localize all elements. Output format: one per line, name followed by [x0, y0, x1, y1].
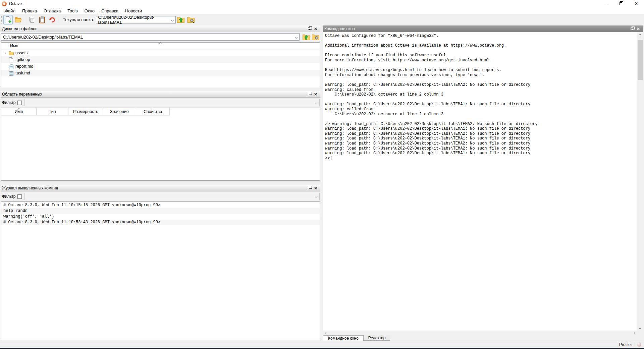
filter-combobox-disabled — [24, 99, 320, 106]
menu-item-news[interactable]: Новости — [122, 8, 145, 14]
sort-ascending-icon — [17, 108, 20, 111]
float-icon — [631, 27, 633, 30]
file-list-column-header[interactable]: Имя — [1, 43, 320, 50]
copy-button[interactable] — [27, 15, 37, 24]
current-folder-value: C:\Users\u202-02\Desktop\it-labs\TEMA1 — [98, 15, 175, 25]
history-list: # Octave 8.3.0, Wed Feb 11 10:15:15 2026… — [1, 201, 320, 340]
undock-button[interactable] — [306, 185, 312, 191]
command-window-title: Командное окно — [324, 26, 355, 31]
menu-item-window[interactable]: Окно — [81, 8, 98, 14]
folder-up-icon — [303, 34, 310, 40]
blank-file-icon — [9, 57, 13, 62]
history-header: Журнал выполненных команд — [1, 185, 320, 191]
close-panel-button[interactable] — [635, 26, 642, 32]
browse-directories-button[interactable] — [186, 15, 196, 24]
workspace-column-header-0[interactable]: Имя — [1, 108, 37, 116]
workspace-panel: Область переменных Фильтр ИмяТипРазмерно… — [1, 91, 320, 181]
folder-actions-icon — [312, 34, 319, 40]
menu-item-file[interactable]: Файл — [1, 8, 19, 14]
file-row-report.md[interactable]: report.md — [1, 63, 320, 70]
filter-label: Фильтр — [2, 194, 15, 199]
file-list: Имя assets.gitkeepreport.mdtask.md — [1, 42, 320, 87]
sort-ascending-icon — [159, 43, 161, 45]
console-line: C:\Users\u202-02\.octaverc at line 2 col… — [325, 112, 637, 117]
main-toolbar: Текущая папка: C:\Users\u202-02\Desktop\… — [0, 14, 644, 25]
filter-label: Фильтр — [2, 100, 15, 105]
history-title: Журнал выполненных команд — [2, 186, 58, 190]
console-line: warning: called from — [325, 88, 637, 93]
horizontal-scrollbar[interactable] — [323, 331, 637, 336]
expand-chevron-icon[interactable] — [1, 52, 8, 54]
chevron-down-icon — [315, 195, 318, 198]
toolbar-separator — [59, 16, 59, 23]
undo-button[interactable] — [47, 15, 57, 24]
menu-item-help[interactable]: Справка — [98, 8, 122, 14]
filter-checkbox[interactable] — [17, 101, 22, 105]
current-folder-combobox[interactable]: C:\Users\u202-02\Desktop\it-labs\TEMA1 — [96, 16, 176, 23]
file-browser-path-combobox[interactable]: C:/Users/u202-02/Desktop/it-labs/TEMA1 — [1, 33, 300, 41]
open-file-button[interactable] — [13, 15, 23, 24]
console-line — [325, 117, 637, 122]
restore-button[interactable] — [613, 0, 629, 7]
file-row-.gitkeep[interactable]: .gitkeep — [1, 56, 320, 63]
console-output[interactable]: Octave was configured for "x86_64-w64-mi… — [323, 33, 637, 331]
workspace-column-header-1[interactable]: Тип — [37, 108, 68, 116]
scroll-up-button[interactable] — [637, 33, 643, 38]
close-button[interactable] — [629, 0, 644, 7]
menu-item-edit[interactable]: Правка — [19, 8, 40, 14]
undock-button[interactable] — [306, 92, 312, 97]
tab-editor[interactable]: Редактор — [364, 335, 390, 341]
workspace-header: Область переменных — [1, 91, 320, 98]
close-panel-button[interactable] — [312, 185, 319, 191]
console-line: warning: load_path: C:\Users\u202-02\Des… — [325, 102, 637, 107]
console-line: warning: load_path: C:\Users\u202-02\Des… — [325, 131, 637, 136]
history-entry[interactable]: # Octave 8.3.0, Wed Feb 11 10:53:43 2026… — [1, 220, 320, 225]
fb-actions-button[interactable] — [311, 33, 320, 41]
console-line: Octave was configured for "x86_64-w64-mi… — [325, 34, 637, 39]
history-entry[interactable]: help randn — [1, 208, 320, 214]
close-panel-button[interactable] — [312, 26, 319, 32]
filter-checkbox[interactable] — [17, 194, 22, 199]
undo-icon — [48, 16, 56, 23]
fb-one-directory-up-button[interactable] — [302, 33, 310, 41]
console-line — [325, 39, 637, 44]
file-browser-title: Диспетчер файлов — [2, 26, 37, 31]
menu-item-debug[interactable]: Отладка — [40, 8, 64, 14]
new-script-button[interactable] — [3, 15, 13, 24]
paste-button[interactable] — [37, 15, 47, 24]
scroll-left-button[interactable] — [324, 331, 329, 336]
workspace-column-header-4[interactable]: Свойство — [136, 108, 170, 116]
workspace-title: Область переменных — [2, 92, 42, 97]
history-entry[interactable]: warning('off', 'all') — [1, 214, 320, 220]
tab-command-window[interactable]: Командное окно — [323, 335, 364, 341]
chevron-down-icon — [315, 102, 318, 104]
command-window-panel: Командное окно Octave was configured for… — [323, 25, 643, 341]
close-panel-button[interactable] — [312, 92, 319, 97]
filter-combobox-disabled — [24, 193, 320, 200]
console-line: warning: load_path: C:\Users\u202-02\Des… — [325, 151, 637, 156]
toolbar-grip[interactable] — [1, 16, 2, 24]
tab-label: Командное окно — [328, 336, 359, 341]
scroll-right-button[interactable] — [632, 331, 637, 336]
workspace-column-header-3[interactable]: Значение — [103, 108, 136, 116]
console-line: Please contribute if you find this softw… — [325, 53, 637, 58]
undock-button[interactable] — [628, 26, 635, 32]
float-icon — [308, 187, 310, 189]
undock-button[interactable] — [306, 26, 312, 32]
console-line: For information about changes from previ… — [325, 73, 637, 78]
scroll-down-button[interactable] — [637, 326, 643, 331]
folder-actions-icon — [187, 17, 195, 23]
open-folder-icon — [15, 17, 22, 22]
close-icon — [314, 26, 317, 32]
file-row-task.md[interactable]: task.md — [1, 70, 320, 76]
chevron-down-icon — [295, 36, 298, 39]
history-entry[interactable]: # Octave 8.3.0, Wed Feb 11 10:15:15 2026… — [1, 202, 320, 208]
file-row-assets[interactable]: assets — [1, 50, 320, 56]
profiler-status-icon — [637, 342, 641, 347]
one-directory-up-button[interactable] — [176, 15, 185, 24]
menu-item-tools[interactable]: Tools — [64, 8, 81, 14]
scrollbar-thumb[interactable] — [638, 40, 643, 80]
workspace-column-header-2[interactable]: Размерность — [68, 108, 103, 116]
minimize-button[interactable] — [598, 0, 613, 7]
vertical-scrollbar[interactable] — [637, 33, 643, 331]
